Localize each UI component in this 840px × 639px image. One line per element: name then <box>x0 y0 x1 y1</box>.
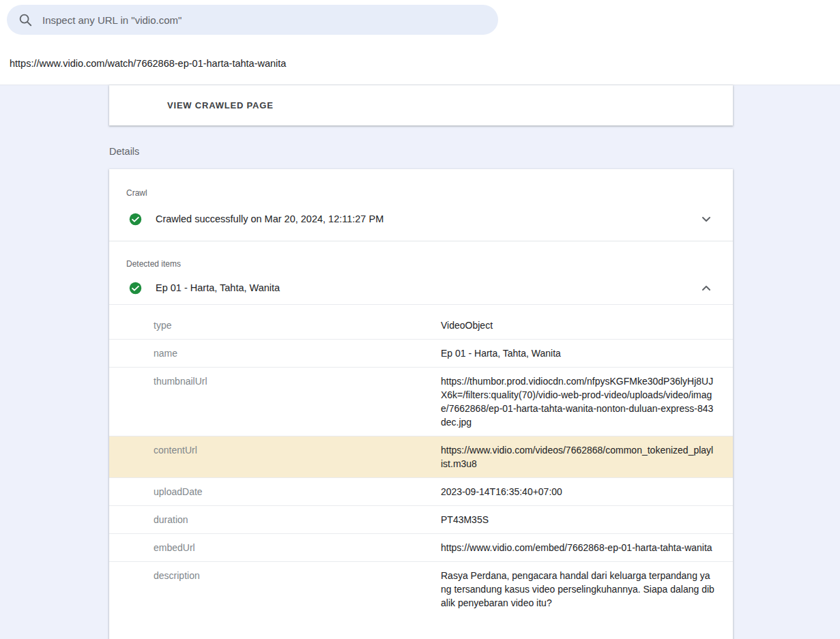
view-crawled-page-button[interactable]: VIEW CRAWLED PAGE <box>167 100 274 110</box>
detected-items-section-label: Detected items <box>109 241 733 269</box>
crawl-status-row[interactable]: Crawled successfully on Mar 20, 2024, 12… <box>109 198 733 241</box>
property-key: description <box>109 562 441 616</box>
details-section-title: Details <box>109 146 139 157</box>
property-key: duration <box>109 506 441 533</box>
property-value: https://www.vidio.com/videos/7662868/com… <box>441 436 733 477</box>
property-row: embedUrl https://www.vidio.com/embed/766… <box>109 533 733 561</box>
url-inspection-input[interactable] <box>42 14 487 26</box>
property-key: name <box>109 340 441 367</box>
property-row: name Ep 01 - Harta, Tahta, Wanita <box>109 339 733 367</box>
property-key: thumbnailUrl <box>109 368 441 436</box>
property-key: contentUrl <box>109 436 441 477</box>
property-value: 2023-09-14T16:35:40+07:00 <box>441 478 733 505</box>
chevron-up-icon[interactable] <box>698 280 714 296</box>
crawled-page-card: VIEW CRAWLED PAGE <box>109 85 733 125</box>
chevron-down-icon[interactable] <box>698 211 714 227</box>
crawl-status-text: Crawled successfully on Mar 20, 2024, 12… <box>156 213 698 224</box>
detected-item-row[interactable]: Ep 01 - Harta, Tahta, Wanita <box>109 269 733 304</box>
url-inspection-search-bar[interactable] <box>7 5 498 35</box>
property-row: duration PT43M35S <box>109 505 733 533</box>
details-card: Crawl Crawled successfully on Mar 20, 20… <box>109 169 733 639</box>
property-value: https://www.vidio.com/embed/7662868-ep-0… <box>441 534 733 561</box>
crawl-section-label: Crawl <box>109 169 733 198</box>
property-value: https://thumbor.prod.vidiocdn.com/nfpysK… <box>441 368 733 436</box>
property-row: type VideoObject <box>109 304 733 339</box>
property-value: Rasya Perdana, pengacara handal dari kel… <box>441 562 733 616</box>
property-key: type <box>109 305 441 339</box>
property-value: VideoObject <box>441 305 733 339</box>
top-header: https://www.vidio.com/watch/7662868-ep-0… <box>0 0 840 85</box>
property-value: Ep 01 - Harta, Tahta, Wanita <box>441 340 733 367</box>
property-row: uploadDate 2023-09-14T16:35:40+07:00 <box>109 477 733 505</box>
detected-item-title: Ep 01 - Harta, Tahta, Wanita <box>156 282 698 293</box>
inspected-url-text: https://www.vidio.com/watch/7662868-ep-0… <box>10 58 286 69</box>
check-circle-icon <box>128 281 143 295</box>
property-row: contentUrl https://www.vidio.com/videos/… <box>109 436 733 477</box>
check-circle-icon <box>128 212 143 226</box>
detected-item-properties-table: type VideoObject name Ep 01 - Harta, Tah… <box>109 304 733 616</box>
property-row: description Rasya Perdana, pengacara han… <box>109 561 733 616</box>
property-key: embedUrl <box>109 534 441 561</box>
search-icon <box>18 12 33 27</box>
property-key: uploadDate <box>109 478 441 505</box>
property-value: PT43M35S <box>441 506 733 533</box>
property-row: thumbnailUrl https://thumbor.prod.vidioc… <box>109 367 733 436</box>
